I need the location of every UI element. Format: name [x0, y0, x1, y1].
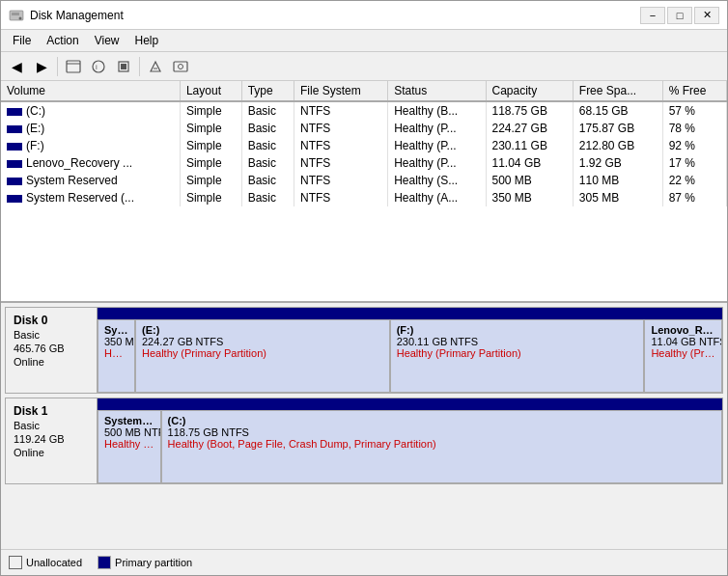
toolbar-btn3[interactable] — [112, 56, 135, 77]
cell-capacity: 230.11 GB — [486, 137, 573, 154]
toolbar-back[interactable]: ◀ — [5, 56, 28, 77]
partition-size: 118.75 GB NTFS — [168, 426, 715, 438]
table-row[interactable]: (F:) Simple Basic NTFS Healthy (P... 230… — [1, 137, 727, 154]
toolbar-btn4[interactable] — [144, 56, 167, 77]
disk-section-wrapper: Disk 0 Basic 465.76 GB Online System Res… — [1, 303, 727, 549]
title-bar: Disk Management − □ ✕ — [1, 1, 727, 30]
cell-status: Healthy (A... — [388, 189, 486, 206]
cell-capacity: 224.27 GB — [486, 120, 573, 137]
partition-size: 230.11 GB NTFS — [397, 336, 638, 347]
menu-file[interactable]: File — [5, 32, 39, 49]
table-row[interactable]: System Reserved (... Simple Basic NTFS H… — [1, 189, 727, 206]
maximize-button[interactable]: □ — [667, 7, 692, 24]
table-row[interactable]: (C:) Simple Basic NTFS Healthy (B... 118… — [1, 101, 727, 120]
cell-status: Healthy (S... — [388, 172, 486, 189]
volume-icon — [7, 143, 22, 151]
menu-help[interactable]: Help — [127, 32, 167, 49]
partition-name: System Reserved — [104, 415, 154, 426]
cell-free: 68.15 GB — [573, 101, 662, 120]
main-content: Volume Layout Type File System Status Ca… — [1, 81, 727, 575]
col-filesystem: File System — [294, 81, 388, 101]
svg-rect-3 — [67, 61, 80, 72]
cell-capacity: 350 MB — [486, 189, 573, 206]
cell-layout: Simple — [180, 137, 241, 154]
partition-name: (C:) — [168, 415, 715, 426]
disk-icon — [9, 8, 24, 23]
partition-status: Healthy (Boot, Page File, Crash Dump, Pr… — [168, 438, 715, 450]
col-volume: Volume — [1, 81, 180, 101]
cell-capacity: 11.04 GB — [486, 154, 573, 172]
partition-name: System Reser — [104, 324, 128, 336]
col-pct: % Free — [662, 81, 726, 101]
table-row[interactable]: System Reserved Simple Basic NTFS Health… — [1, 172, 727, 189]
cell-layout: Simple — [180, 172, 241, 189]
disk-section: Disk 0 Basic 465.76 GB Online System Res… — [1, 303, 727, 549]
cell-free: 175.87 GB — [573, 120, 662, 137]
toolbar-btn2[interactable]: i — [87, 56, 110, 77]
disk-label-type: Basic — [14, 329, 89, 341]
svg-text:i: i — [96, 63, 98, 71]
disk-parts-row: System Reser 350 MB NTFS Healthy (Activ … — [98, 319, 722, 393]
cell-status: Healthy (P... — [388, 137, 486, 154]
disk-label-type: Basic — [14, 420, 89, 431]
cell-pct: 17 % — [662, 154, 726, 172]
partition[interactable]: (E:) 224.27 GB NTFS Healthy (Primary Par… — [135, 319, 390, 393]
cell-type: Basic — [241, 137, 294, 154]
cell-volume: System Reserved — [1, 172, 180, 189]
toolbar-separator-1 — [57, 57, 58, 76]
cell-status: Healthy (B... — [388, 101, 486, 120]
partition-status: Healthy (Primary Partition) — [397, 347, 638, 359]
partition[interactable]: Lenovo_Recovery (G:) 11.04 GB NTFS Healt… — [644, 319, 722, 393]
cell-pct: 57 % — [662, 101, 726, 120]
svg-point-5 — [93, 61, 104, 72]
legend-box-primary — [98, 556, 111, 569]
title-controls: − □ ✕ — [640, 7, 719, 24]
cell-status: Healthy (P... — [388, 154, 486, 172]
cell-type: Basic — [241, 120, 294, 137]
menu-bar: File Action View Help — [1, 30, 727, 52]
cell-layout: Simple — [180, 120, 241, 137]
partition-status: Healthy (Activ — [104, 347, 128, 359]
table-row[interactable]: Lenovo_Recovery ... Simple Basic NTFS He… — [1, 154, 727, 172]
minimize-button[interactable]: − — [640, 7, 665, 24]
menu-action[interactable]: Action — [39, 32, 86, 49]
cell-volume: System Reserved (... — [1, 189, 180, 206]
table-row[interactable]: (E:) Simple Basic NTFS Healthy (P... 224… — [1, 120, 727, 137]
svg-point-11 — [179, 64, 183, 69]
partition-name: (E:) — [142, 324, 383, 336]
close-button[interactable]: ✕ — [694, 7, 719, 24]
partition[interactable]: System Reserved 500 MB NTFS Healthy (Sys… — [98, 410, 161, 483]
disk-bar — [98, 398, 722, 410]
cell-layout: Simple — [180, 154, 241, 172]
cell-fs: NTFS — [294, 101, 388, 120]
partition[interactable]: (F:) 230.11 GB NTFS Healthy (Primary Par… — [390, 319, 645, 393]
disk-partitions: System Reser 350 MB NTFS Healthy (Activ … — [98, 308, 722, 393]
disk-partitions: System Reserved 500 MB NTFS Healthy (Sys… — [98, 398, 722, 483]
cell-fs: NTFS — [294, 154, 388, 172]
volume-table-section: Volume Layout Type File System Status Ca… — [1, 81, 727, 303]
cell-type: Basic — [241, 101, 294, 120]
title-bar-left: Disk Management — [9, 8, 124, 23]
svg-rect-1 — [12, 13, 19, 15]
toolbar-btn5[interactable] — [169, 56, 192, 77]
volume-icon — [7, 195, 22, 203]
cell-free: 1.92 GB — [573, 154, 662, 172]
partition[interactable]: System Reser 350 MB NTFS Healthy (Activ — [98, 319, 135, 393]
main-window: Disk Management − □ ✕ File Action View H… — [0, 0, 728, 576]
menu-view[interactable]: View — [87, 32, 127, 49]
partition[interactable]: (C:) 118.75 GB NTFS Healthy (Boot, Page … — [161, 410, 722, 483]
disk-row: Disk 1 Basic 119.24 GB Online System Res… — [5, 398, 723, 484]
toolbar-forward[interactable]: ▶ — [30, 56, 53, 77]
cell-type: Basic — [241, 154, 294, 172]
cell-pct: 78 % — [662, 120, 726, 137]
disk-label: Disk 1 Basic 119.24 GB Online — [6, 398, 98, 483]
cell-volume: (E:) — [1, 120, 180, 137]
volume-table: Volume Layout Type File System Status Ca… — [1, 81, 727, 206]
partition-size: 11.04 GB NTFS — [651, 336, 715, 347]
cell-type: Basic — [241, 189, 294, 206]
toolbar-btn1[interactable] — [62, 56, 85, 77]
disk-label-size: 119.24 GB — [14, 433, 89, 445]
cell-pct: 92 % — [662, 137, 726, 154]
cell-type: Basic — [241, 172, 294, 189]
disk-parts-row: System Reserved 500 MB NTFS Healthy (Sys… — [98, 410, 722, 483]
